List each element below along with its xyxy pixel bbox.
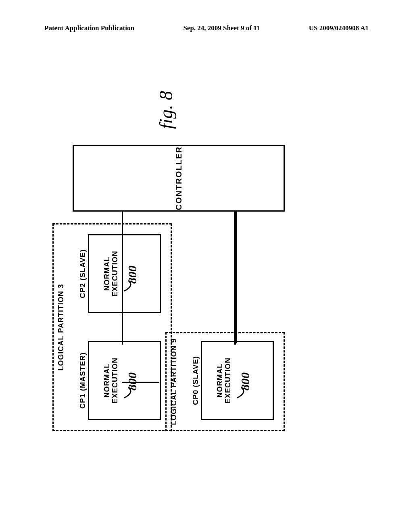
header-right: US 2009/0240908 A1: [309, 24, 369, 32]
partition9-title: LOGICAL PARTITION 9: [170, 333, 178, 430]
cp2-slave-box: CP2 (SLAVE) NORMAL EXECUTION 800: [88, 234, 161, 313]
header-left: Patent Application Publication: [44, 24, 134, 32]
header-center: Sep. 24, 2009 Sheet 9 of 11: [183, 24, 260, 32]
connector-cp0: [236, 212, 237, 343]
page-header: Patent Application Publication Sep. 24, …: [44, 24, 369, 32]
partition3-title: LOGICAL PARTITION 3: [57, 224, 65, 430]
cp0-slave-box: CP0 (SLAVE) NORMAL EXECUTION 800: [201, 341, 274, 420]
cp0-label: CP0 (SLAVE): [192, 342, 200, 419]
logical-partition-9: LOGICAL PARTITION 9 CP0 (SLAVE) NORMAL E…: [165, 332, 285, 431]
controller-label: CONTROLLER: [174, 146, 184, 210]
cp2-label: CP2 (SLAVE): [79, 235, 87, 312]
cp2-exec: NORMAL EXECUTION: [103, 235, 119, 312]
ref-800: 800: [125, 266, 139, 284]
logical-partition-3: LOGICAL PARTITION 3 CP1 (MASTER) NORMAL …: [52, 223, 172, 431]
cp0-exec: NORMAL EXECUTION: [216, 342, 232, 419]
wire-cp2-final: [122, 212, 123, 238]
controller-box: CONTROLLER: [73, 145, 285, 212]
figure-caption: fig. 8: [155, 91, 177, 129]
wire-cp0-final: [235, 212, 236, 345]
connector-cp1-v: [122, 382, 159, 383]
cp1-label: CP1 (MASTER): [79, 342, 87, 419]
figure-diagram: LOGICAL PARTITION 3 CP1 (MASTER) NORMAL …: [44, 189, 407, 443]
ref-800: 800: [238, 372, 252, 391]
cp1-master-box: CP1 (MASTER) NORMAL EXECUTION 800: [88, 341, 161, 420]
cp1-exec: NORMAL EXECUTION: [103, 342, 119, 419]
